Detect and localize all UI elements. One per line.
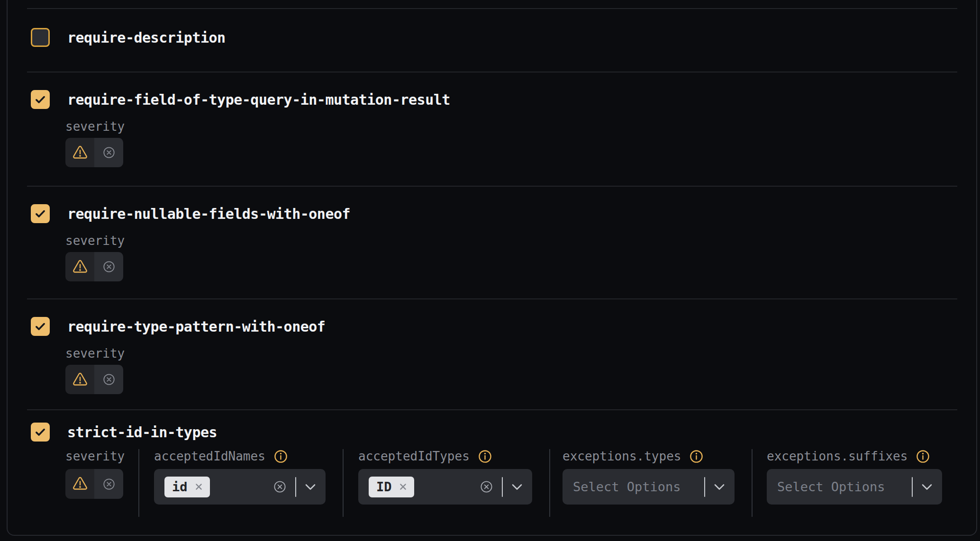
checkmark-icon	[34, 93, 46, 106]
option-label: acceptedIdTypes	[358, 449, 470, 463]
tag-label: ID	[376, 480, 392, 493]
select-placeholder: Select Options	[573, 479, 681, 494]
chevron-down-icon[interactable]	[921, 484, 933, 490]
rule-name: require-nullable-fields-with-oneof	[67, 206, 350, 222]
option-label: exceptions.suffixes	[767, 449, 907, 463]
x-circle-icon	[102, 478, 116, 491]
exceptions-suffixes-select[interactable]: Select Options	[767, 469, 942, 505]
option-column-acceptedIdTypes: acceptedIdTypes ID	[344, 449, 550, 517]
warning-icon	[72, 372, 88, 387]
acceptedIdNames-multiselect[interactable]: id	[154, 469, 326, 505]
dropdown-separator	[295, 477, 296, 497]
rule-row-require-type-pattern-with-oneof: require-type-pattern-with-oneof severity	[8, 299, 976, 409]
chevron-down-icon[interactable]	[714, 484, 725, 490]
rule-row-require-nullable-fields-with-oneof: require-nullable-fields-with-oneof sever…	[8, 187, 976, 298]
selected-tag: id	[164, 477, 210, 497]
rule-name: require-type-pattern-with-oneof	[67, 318, 325, 335]
checkmark-icon	[34, 426, 46, 438]
dropdown-separator	[912, 477, 913, 497]
severity-warn-button[interactable]	[65, 469, 94, 499]
tag-label: id	[172, 480, 188, 493]
severity-off-button[interactable]	[94, 138, 123, 167]
severity-off-button[interactable]	[94, 252, 123, 281]
acceptedIdTypes-multiselect[interactable]: ID	[358, 469, 532, 505]
rule-checkbox[interactable]	[31, 90, 50, 109]
x-circle-icon	[102, 146, 116, 159]
severity-toggle	[65, 469, 123, 499]
severity-off-button[interactable]	[94, 469, 123, 499]
dropdown-separator	[704, 477, 705, 497]
info-icon[interactable]	[690, 450, 703, 463]
remove-tag-icon[interactable]	[399, 482, 408, 491]
rule-row-strict-id-in-types: strict-id-in-types severity acc	[8, 410, 976, 533]
info-icon[interactable]	[916, 450, 930, 463]
severity-label: severity	[65, 234, 976, 248]
severity-label: severity	[65, 119, 976, 134]
rule-checkbox[interactable]	[31, 317, 50, 336]
strict-id-options-row: severity acceptedIdNames	[65, 449, 976, 517]
rule-row-require-description: require-description	[8, 9, 976, 72]
warning-icon	[72, 477, 88, 491]
info-icon[interactable]	[478, 450, 492, 463]
rules-panel: require-description require-field-of-typ…	[7, 0, 977, 536]
severity-toggle	[65, 252, 123, 281]
severity-label: severity	[65, 346, 976, 361]
rule-name: strict-id-in-types	[67, 424, 217, 441]
rule-checkbox[interactable]	[31, 28, 50, 47]
severity-toggle	[65, 365, 123, 394]
option-column-exceptions-suffixes: exceptions.suffixes Select Options	[753, 449, 959, 517]
dropdown-separator	[502, 477, 503, 497]
severity-warn-button[interactable]	[65, 252, 94, 281]
option-label: exceptions.types	[563, 449, 681, 463]
warning-icon	[72, 260, 88, 274]
x-circle-icon	[102, 373, 116, 386]
option-label: acceptedIdNames	[154, 449, 265, 463]
checkmark-icon	[34, 207, 46, 220]
exceptions-types-select[interactable]: Select Options	[563, 469, 735, 505]
panel-spacer	[8, 0, 976, 8]
severity-label: severity	[65, 449, 125, 463]
selected-tag: ID	[369, 477, 414, 497]
info-icon[interactable]	[274, 450, 288, 463]
select-placeholder: Select Options	[777, 479, 885, 494]
option-column-acceptedIdNames: acceptedIdNames id	[139, 449, 344, 517]
option-column-exceptions-types: exceptions.types Select Options	[550, 449, 753, 517]
chevron-down-icon[interactable]	[511, 484, 523, 490]
warning-icon	[72, 145, 88, 160]
severity-warn-button[interactable]	[65, 138, 94, 167]
remove-tag-icon[interactable]	[194, 482, 203, 491]
rule-checkbox[interactable]	[31, 423, 50, 442]
option-column-severity: severity	[65, 449, 139, 517]
clear-all-icon[interactable]	[273, 480, 287, 494]
x-circle-icon	[102, 260, 116, 273]
rule-row-require-field-of-type-query-in-mutation-result: require-field-of-type-query-in-mutation-…	[8, 72, 976, 186]
checkmark-icon	[34, 320, 46, 333]
clear-all-icon[interactable]	[480, 480, 493, 494]
rule-name: require-description	[67, 29, 226, 46]
severity-toggle	[65, 138, 123, 167]
chevron-down-icon[interactable]	[305, 484, 316, 490]
rule-checkbox[interactable]	[31, 204, 50, 223]
rule-name: require-field-of-type-query-in-mutation-…	[67, 91, 450, 108]
severity-off-button[interactable]	[94, 365, 123, 394]
severity-warn-button[interactable]	[65, 365, 94, 394]
